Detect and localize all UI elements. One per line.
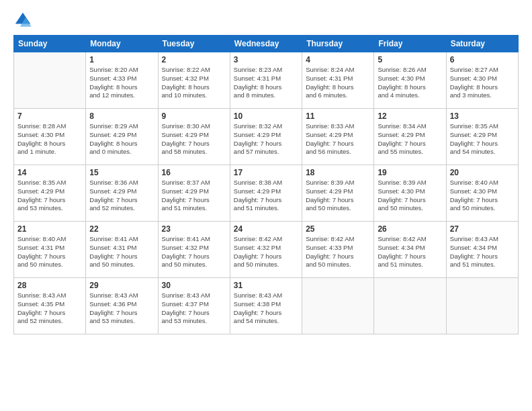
day-info: Sunrise: 8:38 AM Sunset: 4:29 PM Dayligh… [234, 179, 298, 213]
day-info: Sunrise: 8:35 AM Sunset: 4:29 PM Dayligh… [450, 122, 515, 156]
day-number: 13 [450, 111, 515, 121]
weekday-header-thursday: Thursday [302, 36, 374, 52]
calendar-cell [14, 52, 86, 109]
day-number: 24 [234, 224, 298, 234]
day-number: 23 [162, 224, 226, 234]
day-number: 20 [450, 168, 515, 177]
day-number: 17 [234, 168, 298, 177]
day-info: Sunrise: 8:35 AM Sunset: 4:29 PM Dayligh… [17, 179, 82, 213]
day-number: 30 [162, 281, 226, 290]
day-number: 28 [17, 281, 82, 290]
day-info: Sunrise: 8:27 AM Sunset: 4:30 PM Dayligh… [450, 66, 515, 100]
weekday-header-monday: Monday [86, 36, 158, 52]
day-info: Sunrise: 8:42 AM Sunset: 4:33 PM Dayligh… [306, 235, 370, 269]
weekday-header-wednesday: Wednesday [230, 36, 302, 52]
calendar-cell [446, 278, 518, 334]
calendar-cell: 31Sunrise: 8:43 AM Sunset: 4:38 PM Dayli… [230, 278, 302, 334]
calendar-cell: 26Sunrise: 8:42 AM Sunset: 4:34 PM Dayli… [374, 222, 446, 278]
weekday-header-friday: Friday [374, 36, 446, 52]
day-info: Sunrise: 8:33 AM Sunset: 4:29 PM Dayligh… [306, 122, 370, 156]
calendar-cell: 10Sunrise: 8:32 AM Sunset: 4:29 PM Dayli… [230, 109, 302, 165]
day-number: 19 [378, 168, 442, 177]
header [13, 11, 519, 30]
day-number: 8 [89, 111, 154, 121]
logo [13, 11, 35, 30]
day-info: Sunrise: 8:39 AM Sunset: 4:30 PM Dayligh… [378, 179, 442, 213]
day-info: Sunrise: 8:43 AM Sunset: 4:37 PM Dayligh… [162, 291, 226, 326]
day-number: 5 [378, 55, 442, 64]
day-info: Sunrise: 8:43 AM Sunset: 4:38 PM Dayligh… [234, 291, 298, 326]
day-number: 26 [378, 224, 442, 234]
day-number: 1 [89, 55, 154, 64]
day-number: 21 [17, 224, 82, 234]
weekday-header-saturday: Saturday [446, 36, 518, 52]
calendar-cell: 20Sunrise: 8:40 AM Sunset: 4:30 PM Dayli… [446, 165, 518, 222]
calendar-cell: 18Sunrise: 8:39 AM Sunset: 4:29 PM Dayli… [302, 165, 374, 222]
week-row-4: 21Sunrise: 8:40 AM Sunset: 4:31 PM Dayli… [14, 222, 519, 278]
day-info: Sunrise: 8:30 AM Sunset: 4:29 PM Dayligh… [162, 122, 226, 156]
day-number: 10 [234, 111, 298, 121]
calendar-cell: 27Sunrise: 8:43 AM Sunset: 4:34 PM Dayli… [446, 222, 518, 278]
day-number: 6 [450, 55, 515, 64]
weekday-header-tuesday: Tuesday [158, 36, 230, 52]
day-info: Sunrise: 8:43 AM Sunset: 4:34 PM Dayligh… [450, 235, 515, 269]
day-info: Sunrise: 8:39 AM Sunset: 4:29 PM Dayligh… [306, 179, 370, 213]
day-number: 22 [89, 224, 154, 234]
day-number: 27 [450, 224, 515, 234]
day-info: Sunrise: 8:37 AM Sunset: 4:29 PM Dayligh… [162, 179, 226, 213]
calendar-cell: 22Sunrise: 8:41 AM Sunset: 4:31 PM Dayli… [86, 222, 158, 278]
day-info: Sunrise: 8:36 AM Sunset: 4:29 PM Dayligh… [89, 179, 154, 213]
calendar-cell: 13Sunrise: 8:35 AM Sunset: 4:29 PM Dayli… [446, 109, 518, 165]
day-number: 2 [162, 55, 226, 64]
day-info: Sunrise: 8:41 AM Sunset: 4:31 PM Dayligh… [89, 235, 154, 269]
day-number: 12 [378, 111, 442, 121]
day-number: 15 [89, 168, 154, 177]
calendar-cell: 30Sunrise: 8:43 AM Sunset: 4:37 PM Dayli… [158, 278, 230, 334]
day-info: Sunrise: 8:42 AM Sunset: 4:32 PM Dayligh… [234, 235, 298, 269]
calendar-cell: 12Sunrise: 8:34 AM Sunset: 4:29 PM Dayli… [374, 109, 446, 165]
calendar-cell: 4Sunrise: 8:24 AM Sunset: 4:31 PM Daylig… [302, 52, 374, 109]
day-info: Sunrise: 8:28 AM Sunset: 4:30 PM Dayligh… [17, 122, 82, 156]
day-info: Sunrise: 8:24 AM Sunset: 4:31 PM Dayligh… [306, 66, 370, 100]
day-number: 25 [306, 224, 370, 234]
calendar-cell: 28Sunrise: 8:43 AM Sunset: 4:35 PM Dayli… [14, 278, 86, 334]
weekday-header-row: SundayMondayTuesdayWednesdayThursdayFrid… [14, 36, 519, 52]
calendar-cell: 7Sunrise: 8:28 AM Sunset: 4:30 PM Daylig… [14, 109, 86, 165]
week-row-1: 1Sunrise: 8:20 AM Sunset: 4:33 PM Daylig… [14, 52, 519, 109]
calendar-cell: 19Sunrise: 8:39 AM Sunset: 4:30 PM Dayli… [374, 165, 446, 222]
day-number: 14 [17, 168, 82, 177]
week-row-5: 28Sunrise: 8:43 AM Sunset: 4:35 PM Dayli… [14, 278, 519, 334]
day-info: Sunrise: 8:29 AM Sunset: 4:29 PM Dayligh… [89, 122, 154, 156]
day-info: Sunrise: 8:42 AM Sunset: 4:34 PM Dayligh… [378, 235, 442, 269]
calendar-cell: 3Sunrise: 8:23 AM Sunset: 4:31 PM Daylig… [230, 52, 302, 109]
calendar-cell: 11Sunrise: 8:33 AM Sunset: 4:29 PM Dayli… [302, 109, 374, 165]
day-number: 16 [162, 168, 226, 177]
calendar-cell: 16Sunrise: 8:37 AM Sunset: 4:29 PM Dayli… [158, 165, 230, 222]
calendar-cell: 25Sunrise: 8:42 AM Sunset: 4:33 PM Dayli… [302, 222, 374, 278]
day-info: Sunrise: 8:34 AM Sunset: 4:29 PM Dayligh… [378, 122, 442, 156]
day-info: Sunrise: 8:41 AM Sunset: 4:32 PM Dayligh… [162, 235, 226, 269]
day-number: 4 [306, 55, 370, 64]
day-number: 11 [306, 111, 370, 121]
day-info: Sunrise: 8:20 AM Sunset: 4:33 PM Dayligh… [89, 66, 154, 100]
calendar-cell: 29Sunrise: 8:43 AM Sunset: 4:36 PM Dayli… [86, 278, 158, 334]
day-info: Sunrise: 8:43 AM Sunset: 4:36 PM Dayligh… [89, 291, 154, 326]
calendar-cell: 24Sunrise: 8:42 AM Sunset: 4:32 PM Dayli… [230, 222, 302, 278]
day-number: 7 [17, 111, 82, 121]
calendar-cell [374, 278, 446, 334]
calendar-cell: 14Sunrise: 8:35 AM Sunset: 4:29 PM Dayli… [14, 165, 86, 222]
day-info: Sunrise: 8:43 AM Sunset: 4:35 PM Dayligh… [17, 291, 82, 326]
calendar-cell: 5Sunrise: 8:26 AM Sunset: 4:30 PM Daylig… [374, 52, 446, 109]
logo-icon [13, 11, 32, 30]
page: SundayMondayTuesdayWednesdayThursdayFrid… [0, 0, 532, 411]
calendar-table: SundayMondayTuesdayWednesdayThursdayFrid… [13, 35, 519, 334]
week-row-2: 7Sunrise: 8:28 AM Sunset: 4:30 PM Daylig… [14, 109, 519, 165]
day-info: Sunrise: 8:40 AM Sunset: 4:30 PM Dayligh… [450, 179, 515, 213]
calendar-cell: 8Sunrise: 8:29 AM Sunset: 4:29 PM Daylig… [86, 109, 158, 165]
calendar-cell: 21Sunrise: 8:40 AM Sunset: 4:31 PM Dayli… [14, 222, 86, 278]
calendar-cell: 9Sunrise: 8:30 AM Sunset: 4:29 PM Daylig… [158, 109, 230, 165]
day-info: Sunrise: 8:32 AM Sunset: 4:29 PM Dayligh… [234, 122, 298, 156]
calendar-cell: 6Sunrise: 8:27 AM Sunset: 4:30 PM Daylig… [446, 52, 518, 109]
day-info: Sunrise: 8:23 AM Sunset: 4:31 PM Dayligh… [234, 66, 298, 100]
day-number: 29 [89, 281, 154, 290]
